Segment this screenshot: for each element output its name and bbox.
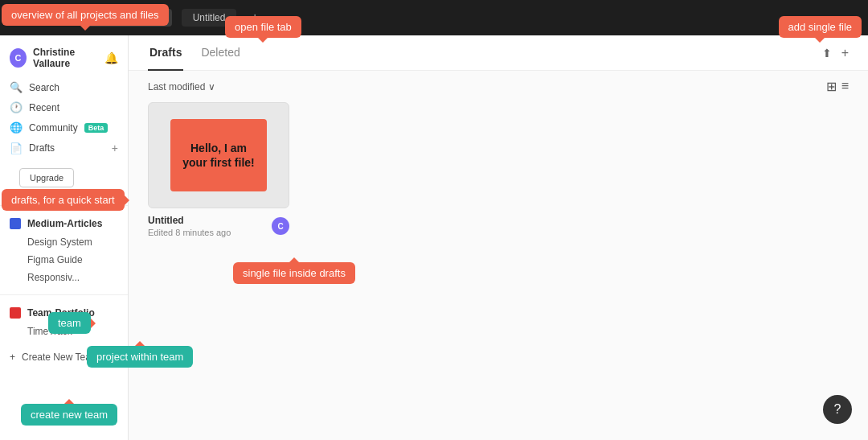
help-button[interactable]: ? — [823, 395, 852, 424]
sidebar-item-community[interactable]: 🌐 Community Beta — [0, 117, 128, 138]
callout-open-file-tab: open file tab — [225, 16, 301, 38]
file-thumb-content: Hello, I am your first file! — [170, 119, 267, 191]
sort-label-text: Last modified — [148, 81, 205, 93]
team-medium-articles-name: Medium-Articles — [27, 218, 102, 229]
main-content: Drafts Deleted ⬆ + Last modified ∨ ⊞ ≡ H… — [129, 35, 868, 440]
sidebar-drafts-row: 📄 Drafts + — [0, 138, 128, 158]
tab-deleted[interactable]: Deleted — [199, 35, 241, 71]
avatar: C — [10, 48, 27, 68]
sidebar-item-search-label: Search — [29, 82, 59, 93]
sidebar-item-recent-label: Recent — [29, 102, 59, 113]
sidebar-divider-2 — [0, 294, 128, 295]
sidebar-item-drafts[interactable]: 📄 Drafts — [10, 142, 55, 154]
app-body: C Christine Vallaure 🔔 🔍 Search 🕐 Recent… — [0, 35, 868, 440]
sort-label[interactable]: Last modified ∨ — [148, 81, 215, 93]
sidebar-item-community-label: Community — [29, 122, 78, 134]
file-info: Untitled Edited 8 minutes ago — [148, 215, 231, 237]
team-medium-project-figma[interactable]: Figma Guide — [0, 251, 128, 269]
globe-icon: 🌐 — [10, 121, 23, 134]
sidebar-drafts-label: Drafts — [29, 142, 55, 154]
file-avatar: C — [272, 217, 289, 235]
file-icon: 📄 — [10, 142, 23, 154]
create-team-plus-icon: + — [10, 352, 15, 363]
view-icons: ⊞ ≡ — [826, 79, 849, 94]
sidebar: C Christine Vallaure 🔔 🔍 Search 🕐 Recent… — [0, 35, 129, 440]
team-medium-articles-header[interactable]: Medium-Articles — [0, 214, 128, 233]
callout-overview: overview of all projects and files — [2, 4, 169, 26]
header-tabs: Drafts Deleted — [148, 35, 242, 71]
file-meta: Untitled Edited 8 minutes ago C — [148, 215, 289, 237]
user-name: Christine Vallaure — [33, 47, 104, 69]
sidebar-item-search[interactable]: 🔍 Search — [0, 77, 128, 97]
export-icon[interactable]: ⬆ — [822, 47, 832, 60]
callout-add-single-file: add single file — [779, 16, 862, 38]
files-grid: Hello, I am your first file! Untitled Ed… — [129, 102, 868, 237]
callout-drafts-quick: drafts, for a quick start — [2, 189, 125, 211]
team-medium-project-responsive[interactable]: Responsiv... — [0, 269, 128, 286]
beta-badge: Beta — [84, 123, 108, 133]
team-medium-articles-icon — [10, 218, 21, 229]
file-thumbnail[interactable]: Hello, I am your first file! — [148, 102, 289, 208]
list-view-icon[interactable]: ≡ — [841, 79, 849, 94]
tab-drafts[interactable]: Drafts — [148, 35, 183, 71]
sort-arrow-icon: ∨ — [208, 81, 215, 93]
user-info: C Christine Vallaure — [10, 47, 104, 69]
team-portfolio-icon — [10, 307, 21, 319]
search-icon: 🔍 — [10, 81, 23, 93]
bell-icon[interactable]: 🔔 — [104, 51, 118, 64]
content-toolbar: Last modified ∨ ⊞ ≡ — [129, 71, 868, 102]
file-name: Untitled — [148, 215, 231, 226]
header-actions: ⬆ + — [822, 46, 849, 60]
clock-icon: 🕐 — [10, 101, 23, 113]
add-file-icon[interactable]: + — [841, 46, 849, 60]
team-medium-articles-section: Medium-Articles Design System Figma Guid… — [0, 211, 128, 290]
upgrade-button[interactable]: Upgrade — [19, 168, 74, 187]
team-medium-project-design[interactable]: Design System — [0, 233, 128, 251]
callout-create-new-team: create new team — [21, 404, 117, 426]
sidebar-item-recent[interactable]: 🕐 Recent — [0, 97, 128, 117]
content-header: Drafts Deleted ⬆ + — [129, 35, 868, 71]
drafts-add-icon[interactable]: + — [112, 142, 118, 154]
callout-project-within-team: project within team — [87, 346, 193, 368]
file-time: Edited 8 minutes ago — [148, 228, 231, 237]
grid-view-icon[interactable]: ⊞ — [826, 79, 837, 94]
callout-single-file: single file inside drafts — [233, 262, 355, 284]
file-card-untitled: Hello, I am your first file! Untitled Ed… — [148, 102, 289, 237]
callout-team: team — [48, 312, 91, 334]
sidebar-user: C Christine Vallaure 🔔 — [0, 42, 128, 74]
